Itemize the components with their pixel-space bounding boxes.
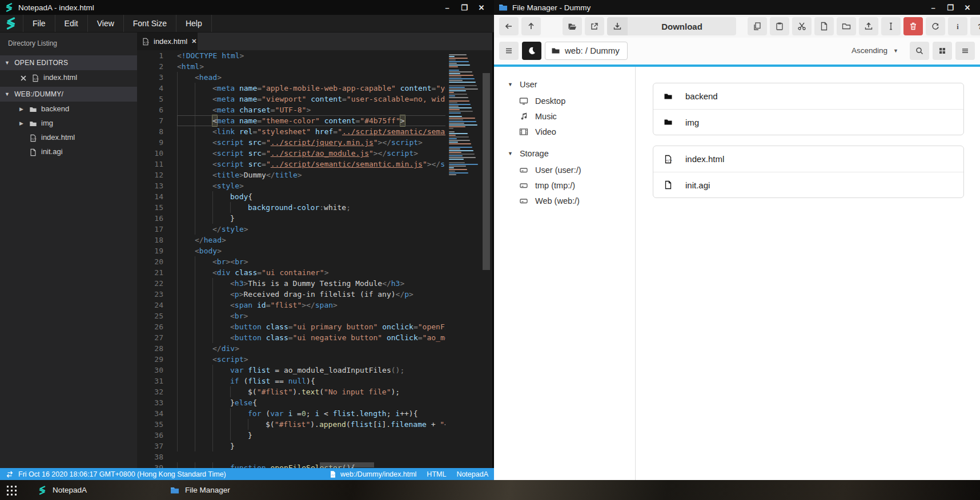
sort-order-dropdown[interactable]: Ascending ▼: [844, 42, 906, 60]
download-label[interactable]: Download: [628, 17, 736, 35]
tree-item-backend[interactable]: ▶backend: [0, 102, 137, 116]
help-button[interactable]: ?: [970, 17, 980, 35]
cut-button[interactable]: [792, 17, 812, 35]
taskbar-item-file-manager[interactable]: File Manager: [164, 480, 236, 500]
minimap-line: [449, 147, 472, 148]
taskbar-item-notepada[interactable]: NotepadA: [32, 480, 93, 500]
back-button[interactable]: [499, 17, 519, 35]
code-line-30: 30var flist = ao_module_loadInputFiles()…: [137, 365, 492, 376]
scrollbar-thumb[interactable]: [483, 73, 490, 270]
app-launcher-icon[interactable]: [6, 485, 17, 496]
notepada-logo-icon: [38, 486, 47, 495]
file-group-card: backendimg: [653, 83, 964, 135]
fm-sidebar-item-music[interactable]: Music: [494, 108, 635, 124]
code-area[interactable]: 1<!DOCTYPE html>2<html>3<head>4<meta nam…: [137, 50, 492, 468]
grid-view-button[interactable]: [933, 42, 952, 60]
external-link-button[interactable]: [585, 17, 604, 35]
tree-item-img[interactable]: ▶img: [0, 116, 137, 130]
fm-sidebar-item-web-web-[interactable]: Web (web:/): [494, 193, 635, 208]
menu-file[interactable]: File: [23, 15, 55, 32]
fm-sidebar-item-tmp-tmp-[interactable]: tmp (tmp:/): [494, 178, 635, 193]
svg-text:?: ?: [978, 23, 980, 31]
rename-button[interactable]: [881, 17, 901, 35]
minimize-icon[interactable]: –: [929, 3, 938, 12]
tab-close-icon[interactable]: ✕: [191, 38, 196, 45]
refresh-button[interactable]: [926, 17, 945, 35]
minimap-line: [449, 119, 463, 120]
up-button[interactable]: [521, 17, 541, 35]
open-folder-button[interactable]: [563, 17, 582, 35]
menu-view[interactable]: View: [88, 15, 124, 32]
hamburger-menu-button[interactable]: [499, 42, 519, 60]
download-button[interactable]: Download: [607, 17, 736, 35]
menu-help[interactable]: Help: [176, 15, 212, 32]
menu-font-size[interactable]: Font Size: [124, 15, 176, 32]
code-line-25: 25<br>: [137, 311, 492, 321]
line-number: 2: [137, 61, 177, 72]
editor-horizontal-scrollbar[interactable]: [320, 462, 374, 467]
upload-button[interactable]: [859, 17, 878, 35]
minimap-line: [449, 118, 475, 119]
minimap-line: [449, 152, 461, 153]
menu-edit[interactable]: Edit: [55, 15, 88, 32]
drive-icon: [519, 166, 528, 175]
notepada-titlebar[interactable]: NotepadA - index.html – ❐ ✕: [0, 0, 494, 15]
restore-icon[interactable]: ❐: [946, 3, 955, 12]
tree-item-init-agi[interactable]: init.agi: [0, 144, 137, 159]
line-number: 37: [137, 441, 177, 451]
fm-section-user[interactable]: ▼User: [494, 76, 635, 93]
minimap-line: [449, 90, 466, 91]
cut-icon: [797, 22, 806, 31]
path-box[interactable]: web: / Dummy: [545, 42, 628, 60]
new-folder-button[interactable]: [837, 17, 856, 35]
close-icon[interactable]: ✕: [963, 3, 972, 12]
fm-sidebar-item-desktop[interactable]: Desktop: [494, 93, 635, 108]
file-row-index-html[interactable]: </>index.html: [653, 146, 963, 172]
sidebar-section-open-editors[interactable]: ▼OPEN EDITORS: [0, 55, 137, 70]
dark-mode-toggle-button[interactable]: [522, 42, 541, 60]
minimap-line: [449, 131, 455, 132]
minimap[interactable]: [445, 50, 481, 468]
code-line-31: 31if (flist == null){: [137, 376, 492, 386]
list-view-button[interactable]: [955, 42, 975, 60]
paste-button[interactable]: [770, 17, 789, 35]
minimap-line: [449, 63, 457, 64]
code-line-14: 14body{: [137, 191, 492, 202]
editor-vertical-scrollbar[interactable]: [481, 50, 492, 468]
code-line-38: 38: [137, 451, 492, 462]
minimize-icon[interactable]: –: [443, 3, 452, 12]
line-number: 19: [137, 245, 177, 256]
minimap-line: [449, 166, 466, 167]
minimap-line: [449, 56, 455, 57]
minimap-line: [449, 171, 455, 172]
fm-sidebar-item-user-user-[interactable]: User (user:/): [494, 162, 635, 178]
chevron-down-icon: ▼: [508, 82, 513, 87]
folder-icon: [664, 118, 673, 127]
code-line-12: 12<title>Dummy</title>: [137, 170, 492, 180]
new-file-button[interactable]: [814, 17, 834, 35]
minimap-line: [449, 135, 456, 136]
info-button[interactable]: i: [948, 17, 967, 35]
fm-section-storage[interactable]: ▼Storage: [494, 145, 635, 162]
delete-icon: [909, 22, 918, 31]
tree-item-index-html[interactable]: </>index.html: [0, 70, 137, 84]
tab-index-html[interactable]: </> index.html ✕: [137, 33, 198, 50]
copy-button[interactable]: [748, 17, 767, 35]
close-icon[interactable]: ✕: [477, 3, 486, 12]
search-button[interactable]: [910, 42, 929, 60]
sidebar-section-web-dummy-[interactable]: ▼WEB:/DUMMY/: [0, 87, 137, 102]
file-row-init-agi[interactable]: init.agi: [653, 172, 963, 197]
fm-sidebar-item-video[interactable]: Video: [494, 124, 635, 139]
file-manager-titlebar[interactable]: File Manager - Dummy – ❐ ✕: [494, 0, 980, 15]
tree-item-index-html[interactable]: </>index.html: [0, 130, 137, 144]
file-row-backend[interactable]: backend: [653, 83, 963, 109]
code-editor[interactable]: </> index.html ✕ 1<!DOCTYPE html>2<html>…: [137, 33, 494, 468]
delete-button[interactable]: [903, 17, 923, 35]
line-number: 9: [137, 137, 177, 148]
close-icon[interactable]: [19, 74, 27, 82]
rename-icon: [886, 22, 895, 31]
file-row-img[interactable]: img: [653, 109, 963, 135]
file-manager-window: File Manager - Dummy – ❐ ✕ Downloadi? we…: [494, 0, 980, 480]
statusbar-language[interactable]: HTML: [427, 470, 446, 478]
restore-icon[interactable]: ❐: [460, 3, 469, 12]
